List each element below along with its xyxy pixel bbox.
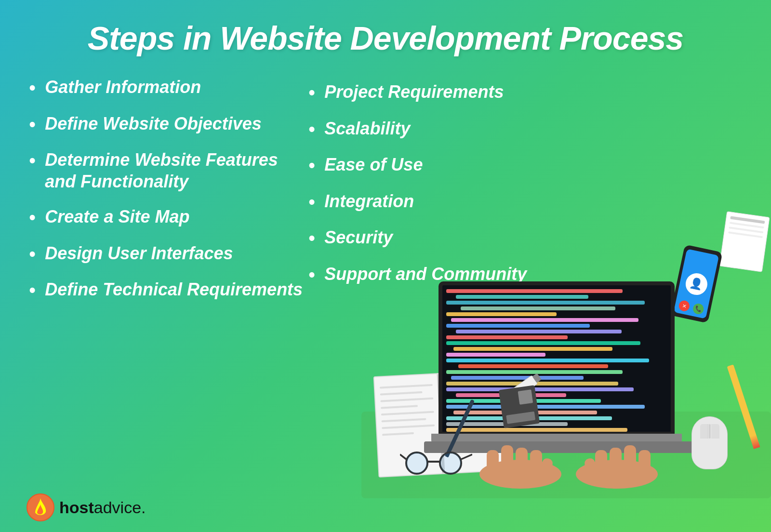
laptop-screen <box>442 285 671 432</box>
svg-point-15 <box>440 452 461 474</box>
svg-line-18 <box>461 454 472 459</box>
left-item-3: Determine Website Features and Functiona… <box>45 149 308 192</box>
glasses-decoration <box>400 450 472 478</box>
logo-regular: advice. <box>94 498 146 517</box>
laptop-screen-body <box>439 281 675 436</box>
bullet-icon: • <box>308 227 315 250</box>
left-hand-svg <box>472 436 569 489</box>
list-item: • Scalability <box>308 118 607 141</box>
svg-rect-7 <box>638 450 651 479</box>
code-line <box>446 359 649 362</box>
code-lines <box>442 285 671 432</box>
list-item: • Gather Information <box>29 76 308 99</box>
svg-point-13 <box>406 452 427 474</box>
code-line <box>456 295 588 299</box>
logo-bold: host <box>59 498 94 517</box>
hostadvice-logo-icon <box>27 493 54 521</box>
bullet-icon: • <box>29 77 35 99</box>
code-line <box>446 341 640 345</box>
svg-rect-2 <box>501 445 513 479</box>
code-line <box>446 387 634 391</box>
logo-area: hostadvice. <box>27 493 146 521</box>
content-area: • Gather Information • Define Website Ob… <box>29 76 742 518</box>
bullet-icon: • <box>29 279 35 302</box>
left-item-6: Define Technical Requirements <box>45 279 308 300</box>
bullet-icon: • <box>308 155 315 177</box>
svg-rect-3 <box>516 448 528 479</box>
svg-rect-8 <box>624 445 636 479</box>
bullet-icon: • <box>308 264 315 286</box>
code-line <box>451 376 584 380</box>
code-line <box>446 428 627 432</box>
left-item-4: Create a Site Map <box>45 206 308 227</box>
code-line <box>446 289 623 293</box>
code-line <box>456 330 622 333</box>
bullet-icon: • <box>308 191 315 213</box>
code-line <box>461 306 615 310</box>
logo-text: hostadvice. <box>59 498 146 517</box>
code-line <box>446 405 645 409</box>
main-container: Steps in Website Development Process • G… <box>0 0 771 532</box>
code-line <box>446 301 645 305</box>
code-line <box>453 347 612 351</box>
illustration-area: 👤 ✕ 📞 <box>607 76 742 518</box>
list-item: • Project Requirements <box>308 81 607 104</box>
bullet-icon: • <box>29 207 35 229</box>
right-hand-svg <box>569 436 665 489</box>
code-line <box>446 335 568 339</box>
phone-decoration: 👤 ✕ 📞 <box>670 244 722 323</box>
code-line <box>446 370 623 374</box>
code-line <box>446 353 545 357</box>
bullet-icon: • <box>308 82 315 104</box>
svg-rect-9 <box>610 448 622 479</box>
floppy-decoration <box>499 385 540 428</box>
list-item: • Ease of Use <box>308 154 607 177</box>
bullet-icon: • <box>29 150 35 172</box>
left-column: • Gather Information • Define Website Ob… <box>29 76 308 518</box>
right-item-2: Scalability <box>324 118 607 139</box>
bullet-icon: • <box>29 114 35 136</box>
left-item-2: Define Website Objectives <box>45 113 308 134</box>
desk-illustration: 👤 ✕ 📞 <box>361 209 771 498</box>
left-item-1: Gather Information <box>45 76 308 98</box>
list-item: • Determine Website Features and Functio… <box>29 149 308 192</box>
right-item-1: Project Requirements <box>324 81 607 103</box>
hands-illustration <box>472 436 665 489</box>
code-line <box>458 364 608 368</box>
left-item-5: Design User Interfaces <box>45 242 308 264</box>
svg-line-17 <box>400 454 406 459</box>
right-item-3: Ease of Use <box>324 154 607 175</box>
list-item: • Define Technical Requirements <box>29 279 308 302</box>
list-item: • Design User Interfaces <box>29 242 308 266</box>
list-item: • Define Website Objectives <box>29 113 308 136</box>
bullet-icon: • <box>308 119 315 141</box>
glasses-svg <box>400 450 472 476</box>
mouse-decoration <box>691 416 728 469</box>
list-item: • Create a Site Map <box>29 206 308 229</box>
code-line <box>446 312 557 316</box>
code-line <box>451 318 638 322</box>
svg-rect-1 <box>487 450 499 479</box>
code-line <box>446 324 590 328</box>
bullet-icon: • <box>29 243 35 266</box>
page-title: Steps in Website Development Process <box>29 19 742 57</box>
notepad-decoration <box>719 211 770 272</box>
